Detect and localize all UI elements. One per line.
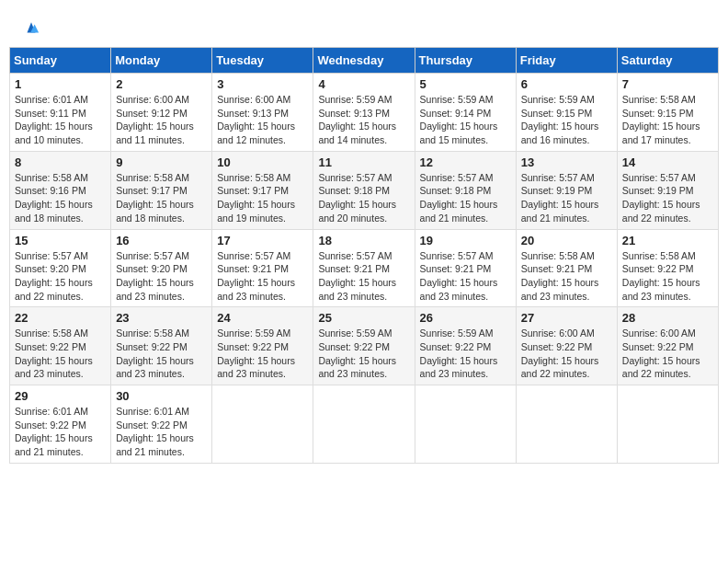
day-number: 14 <box>622 155 713 169</box>
calendar-cell: 6 Sunrise: 5:59 AMSunset: 9:15 PMDayligh… <box>516 74 617 152</box>
calendar-cell: 19 Sunrise: 5:57 AMSunset: 9:21 PMDaylig… <box>415 229 516 307</box>
calendar-cell: 26 Sunrise: 5:59 AMSunset: 9:22 PMDaylig… <box>415 307 516 385</box>
day-info: Sunrise: 5:57 AMSunset: 9:21 PMDaylight:… <box>420 249 511 304</box>
calendar-cell: 8 Sunrise: 5:58 AMSunset: 9:16 PMDayligh… <box>10 151 111 229</box>
day-info: Sunrise: 5:58 AMSunset: 9:21 PMDaylight:… <box>521 249 612 304</box>
day-number: 30 <box>116 389 207 403</box>
calendar-week-3: 15 Sunrise: 5:57 AMSunset: 9:20 PMDaylig… <box>10 229 719 307</box>
logo-icon <box>23 20 40 37</box>
calendar-cell: 20 Sunrise: 5:58 AMSunset: 9:21 PMDaylig… <box>516 229 617 307</box>
calendar-week-2: 8 Sunrise: 5:58 AMSunset: 9:16 PMDayligh… <box>10 151 719 229</box>
calendar-cell: 25 Sunrise: 5:59 AMSunset: 9:22 PMDaylig… <box>313 307 415 385</box>
day-info: Sunrise: 5:57 AMSunset: 9:21 PMDaylight:… <box>318 249 409 304</box>
day-number: 2 <box>116 77 207 91</box>
calendar-cell <box>415 385 516 464</box>
day-number: 18 <box>318 234 409 247</box>
day-info: Sunrise: 6:00 AMSunset: 9:22 PMDaylight:… <box>622 327 713 381</box>
day-number: 11 <box>318 155 409 169</box>
day-info: Sunrise: 5:57 AMSunset: 9:18 PMDaylight:… <box>318 171 409 225</box>
weekday-header-sunday: Sunday <box>10 48 111 74</box>
day-info: Sunrise: 6:00 AMSunset: 9:22 PMDaylight:… <box>521 327 612 381</box>
day-info: Sunrise: 5:58 AMSunset: 9:17 PMDaylight:… <box>116 171 207 225</box>
day-number: 29 <box>15 389 106 403</box>
calendar-cell <box>212 385 313 464</box>
calendar-cell: 28 Sunrise: 6:00 AMSunset: 9:22 PMDaylig… <box>617 307 718 385</box>
calendar-cell: 23 Sunrise: 5:58 AMSunset: 9:22 PMDaylig… <box>111 307 212 385</box>
day-info: Sunrise: 5:57 AMSunset: 9:19 PMDaylight:… <box>622 171 713 225</box>
calendar-cell: 15 Sunrise: 5:57 AMSunset: 9:20 PMDaylig… <box>10 229 111 307</box>
day-info: Sunrise: 5:57 AMSunset: 9:21 PMDaylight:… <box>217 249 308 304</box>
day-info: Sunrise: 5:59 AMSunset: 9:13 PMDaylight:… <box>318 93 409 147</box>
day-number: 15 <box>15 234 106 247</box>
calendar-cell: 14 Sunrise: 5:57 AMSunset: 9:19 PMDaylig… <box>617 151 718 229</box>
calendar-cell: 18 Sunrise: 5:57 AMSunset: 9:21 PMDaylig… <box>313 229 415 307</box>
day-number: 21 <box>622 234 713 247</box>
calendar-cell: 9 Sunrise: 5:58 AMSunset: 9:17 PMDayligh… <box>111 151 212 229</box>
day-number: 6 <box>521 77 612 91</box>
calendar: SundayMondayTuesdayWednesdayThursdayFrid… <box>9 47 719 464</box>
calendar-cell: 3 Sunrise: 6:00 AMSunset: 9:13 PMDayligh… <box>212 74 313 152</box>
calendar-cell: 21 Sunrise: 5:58 AMSunset: 9:22 PMDaylig… <box>617 229 718 307</box>
day-info: Sunrise: 6:01 AMSunset: 9:22 PMDaylight:… <box>15 405 106 459</box>
weekday-header-thursday: Thursday <box>415 48 516 74</box>
calendar-cell: 16 Sunrise: 5:57 AMSunset: 9:20 PMDaylig… <box>111 229 212 307</box>
day-info: Sunrise: 5:57 AMSunset: 9:18 PMDaylight:… <box>420 171 511 225</box>
day-info: Sunrise: 5:58 AMSunset: 9:22 PMDaylight:… <box>622 249 713 304</box>
day-number: 23 <box>116 311 207 325</box>
calendar-cell: 27 Sunrise: 6:00 AMSunset: 9:22 PMDaylig… <box>516 307 617 385</box>
day-info: Sunrise: 6:01 AMSunset: 9:11 PMDaylight:… <box>15 93 106 147</box>
weekday-header-monday: Monday <box>111 48 212 74</box>
calendar-week-1: 1 Sunrise: 6:01 AMSunset: 9:11 PMDayligh… <box>10 74 719 152</box>
day-info: Sunrise: 5:57 AMSunset: 9:19 PMDaylight:… <box>521 171 612 225</box>
day-info: Sunrise: 5:59 AMSunset: 9:22 PMDaylight:… <box>217 327 308 381</box>
calendar-cell: 7 Sunrise: 5:58 AMSunset: 9:15 PMDayligh… <box>617 74 718 152</box>
calendar-cell <box>617 385 718 464</box>
weekday-header-wednesday: Wednesday <box>313 48 415 74</box>
day-info: Sunrise: 6:01 AMSunset: 9:22 PMDaylight:… <box>116 405 207 459</box>
day-info: Sunrise: 5:59 AMSunset: 9:15 PMDaylight:… <box>521 93 612 147</box>
calendar-cell: 22 Sunrise: 5:58 AMSunset: 9:22 PMDaylig… <box>10 307 111 385</box>
calendar-cell: 2 Sunrise: 6:00 AMSunset: 9:12 PMDayligh… <box>111 74 212 152</box>
calendar-cell: 24 Sunrise: 5:59 AMSunset: 9:22 PMDaylig… <box>212 307 313 385</box>
day-number: 20 <box>521 234 612 247</box>
day-number: 1 <box>15 77 106 91</box>
calendar-cell: 29 Sunrise: 6:01 AMSunset: 9:22 PMDaylig… <box>10 385 111 464</box>
header <box>9 9 719 42</box>
day-number: 4 <box>318 77 409 91</box>
day-number: 22 <box>15 311 106 325</box>
day-number: 16 <box>116 234 207 247</box>
calendar-cell: 13 Sunrise: 5:57 AMSunset: 9:19 PMDaylig… <box>516 151 617 229</box>
day-number: 27 <box>521 311 612 325</box>
day-info: Sunrise: 5:59 AMSunset: 9:14 PMDaylight:… <box>420 93 511 147</box>
weekday-header-tuesday: Tuesday <box>212 48 313 74</box>
day-number: 5 <box>420 77 511 91</box>
calendar-week-4: 22 Sunrise: 5:58 AMSunset: 9:22 PMDaylig… <box>10 307 719 385</box>
calendar-cell: 30 Sunrise: 6:01 AMSunset: 9:22 PMDaylig… <box>111 385 212 464</box>
day-number: 10 <box>217 155 308 169</box>
day-info: Sunrise: 5:57 AMSunset: 9:20 PMDaylight:… <box>116 249 207 304</box>
calendar-cell: 5 Sunrise: 5:59 AMSunset: 9:14 PMDayligh… <box>415 74 516 152</box>
calendar-cell: 1 Sunrise: 6:01 AMSunset: 9:11 PMDayligh… <box>10 74 111 152</box>
day-info: Sunrise: 5:58 AMSunset: 9:22 PMDaylight:… <box>15 327 106 381</box>
day-number: 25 <box>318 311 409 325</box>
day-number: 3 <box>217 77 308 91</box>
day-info: Sunrise: 5:58 AMSunset: 9:22 PMDaylight:… <box>116 327 207 381</box>
calendar-cell <box>516 385 617 464</box>
day-number: 19 <box>420 234 511 247</box>
day-number: 12 <box>420 155 511 169</box>
weekday-header-saturday: Saturday <box>617 48 718 74</box>
day-number: 24 <box>217 311 308 325</box>
day-info: Sunrise: 5:58 AMSunset: 9:15 PMDaylight:… <box>622 93 713 147</box>
logo <box>23 18 43 38</box>
day-number: 8 <box>15 155 106 169</box>
day-number: 17 <box>217 234 308 247</box>
weekday-header-friday: Friday <box>516 48 617 74</box>
day-info: Sunrise: 6:00 AMSunset: 9:12 PMDaylight:… <box>116 93 207 147</box>
day-info: Sunrise: 5:57 AMSunset: 9:20 PMDaylight:… <box>15 249 106 304</box>
calendar-cell: 10 Sunrise: 5:58 AMSunset: 9:17 PMDaylig… <box>212 151 313 229</box>
calendar-cell: 12 Sunrise: 5:57 AMSunset: 9:18 PMDaylig… <box>415 151 516 229</box>
calendar-cell: 4 Sunrise: 5:59 AMSunset: 9:13 PMDayligh… <box>313 74 415 152</box>
day-info: Sunrise: 5:58 AMSunset: 9:17 PMDaylight:… <box>217 171 308 225</box>
day-info: Sunrise: 5:59 AMSunset: 9:22 PMDaylight:… <box>318 327 409 381</box>
day-number: 13 <box>521 155 612 169</box>
